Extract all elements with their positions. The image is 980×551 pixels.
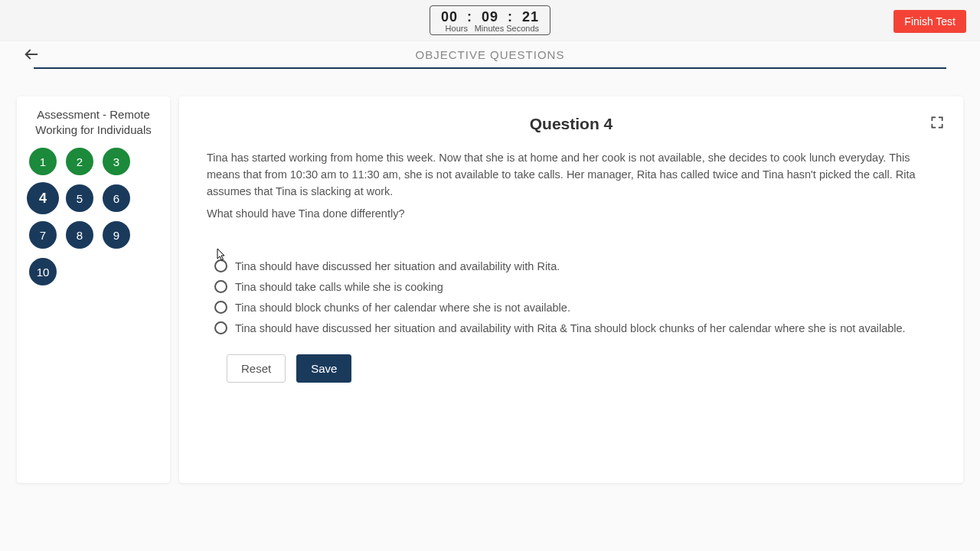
radio-icon[interactable] [214, 280, 227, 293]
radio-icon[interactable] [214, 301, 227, 314]
radio-icon[interactable] [214, 259, 227, 272]
question-nav-9[interactable]: 9 [103, 221, 130, 249]
question-nav-4[interactable]: 4 [28, 183, 58, 214]
assessment-title: Assessment - Remote Working for Individu… [28, 107, 159, 137]
option-text: Tina should have discussed her situation… [235, 322, 906, 334]
question-body: Tina has started working from home this … [207, 150, 936, 200]
option-2[interactable]: Tina should take calls while she is cook… [214, 280, 936, 293]
finish-test-button[interactable]: Finish Test [893, 10, 966, 33]
question-nav-8[interactable]: 8 [66, 221, 93, 249]
options-group: Tina should have discussed her situation… [207, 259, 936, 334]
timer-seconds: 21 [522, 9, 539, 24]
timer-minutes: 09 [482, 9, 498, 24]
section-title: OBJECTIVE QUESTIONS [416, 48, 565, 61]
back-arrow-icon[interactable] [23, 46, 40, 67]
question-nav-7[interactable]: 7 [29, 221, 57, 249]
option-1[interactable]: Tina should have discussed her situation… [214, 259, 936, 272]
question-nav-2[interactable]: 2 [66, 148, 93, 175]
action-row: Reset Save [207, 354, 936, 383]
section-header: OBJECTIVE QUESTIONS [34, 41, 946, 69]
question-prompt: What should have Tina done differently? [207, 206, 936, 223]
option-text: Tina should take calls while she is cook… [235, 281, 443, 293]
question-heading: Question 4 [207, 115, 936, 133]
reset-button[interactable]: Reset [227, 354, 286, 383]
question-nav-10[interactable]: 10 [29, 258, 57, 285]
option-text: Tina should block chunks of her calendar… [235, 302, 570, 314]
question-nav-1[interactable]: 1 [29, 148, 57, 175]
question-nav-sidebar: Assessment - Remote Working for Individu… [17, 96, 170, 483]
option-4[interactable]: Tina should have discussed her situation… [214, 321, 936, 334]
option-3[interactable]: Tina should block chunks of her calendar… [214, 301, 936, 314]
option-text: Tina should have discussed her situation… [235, 260, 560, 272]
question-panel: Question 4 Tina has started working from… [179, 96, 963, 483]
save-button[interactable]: Save [296, 354, 351, 383]
fullscreen-icon[interactable] [929, 115, 945, 133]
timer-hours: 00 [441, 9, 458, 24]
timer-labels: Hours Minutes Seconds [441, 24, 539, 33]
timer-box: 00 : 09 : 21 Hours Minutes Seconds [430, 5, 550, 35]
question-nav-5[interactable]: 5 [66, 184, 93, 212]
timer-digits: 00 : 09 : 21 [441, 9, 539, 25]
question-grid: 12345678910 [28, 148, 159, 285]
question-nav-3[interactable]: 3 [103, 148, 130, 175]
top-bar: 00 : 09 : 21 Hours Minutes Seconds Finis… [0, 0, 980, 41]
question-nav-6[interactable]: 6 [103, 184, 130, 212]
radio-icon[interactable] [214, 321, 227, 334]
